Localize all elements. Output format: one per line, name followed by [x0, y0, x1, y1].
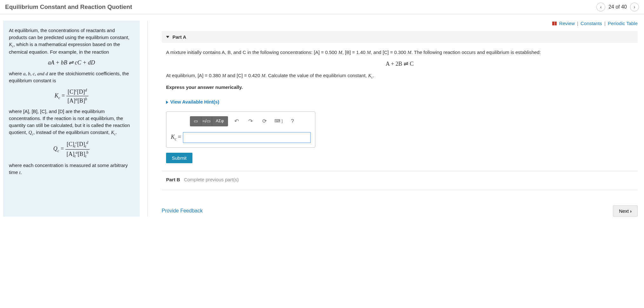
- answer-variable-label: Kc =: [171, 132, 181, 142]
- question-text-2: At equilibrium, [A] = 0.380 M and [C] = …: [166, 72, 633, 80]
- part-a-label: Part A: [172, 34, 186, 40]
- redo-button[interactable]: ↷: [245, 117, 256, 126]
- constants-link[interactable]: Constants: [580, 21, 602, 26]
- next-question-button[interactable]: ›: [630, 3, 639, 11]
- prev-question-button[interactable]: ‹: [596, 3, 605, 11]
- chevron-right-icon: ›: [630, 208, 632, 214]
- expand-icon: [166, 101, 168, 104]
- intro-text-3: where [A], [B], [C], and [D] are the equ…: [9, 108, 134, 136]
- next-button[interactable]: Next›: [613, 205, 638, 217]
- express-instruction: Express your answer numerically.: [166, 84, 633, 91]
- view-hints-link[interactable]: View Available Hint(s): [166, 98, 219, 106]
- intro-panel: At equilibrium, the concentrations of re…: [3, 21, 140, 217]
- provide-feedback-link[interactable]: Provide Feedback: [162, 208, 203, 214]
- help-button[interactable]: ?: [287, 117, 298, 126]
- keyboard-button[interactable]: ⌨ ]: [273, 117, 284, 126]
- submit-button[interactable]: Submit: [166, 153, 192, 163]
- section-divider: [162, 171, 638, 171]
- question-position: 24 of 40: [608, 4, 627, 10]
- reset-button[interactable]: ⟳: [259, 117, 270, 126]
- intro-text-2: where a, b, c, and d are the stoichiomet…: [9, 70, 134, 84]
- question-panel: Review | Constants | Periodic Table Part…: [155, 21, 644, 217]
- part-b-label: Part B: [166, 177, 180, 182]
- footer-row: Provide Feedback Next›: [162, 200, 638, 217]
- equation-toolbar: ▭ x√▭ ΑΣφ ↶ ↷ ⟳ ⌨ ] ?: [190, 116, 311, 126]
- part-a-body: A mixture initially contains A, B, and C…: [162, 49, 638, 163]
- resource-links: Review | Constants | Periodic Table: [162, 21, 638, 26]
- question-text-1: A mixture initially contains A, B, and C…: [166, 49, 633, 56]
- book-icon: [552, 22, 557, 25]
- page-title: Equilibrium Constant and Reaction Quotie…: [5, 3, 132, 10]
- part-b-message: Complete previous part(s): [184, 177, 239, 182]
- reaction-equation: A + 2B ⇌ C: [166, 59, 633, 69]
- kc-formula: Kc = [C]c[D]d [A]a[B]b: [9, 87, 134, 105]
- answer-input[interactable]: [183, 132, 311, 143]
- periodic-table-link[interactable]: Periodic Table: [608, 21, 638, 26]
- greek-tool-button[interactable]: ΑΣφ: [212, 117, 227, 126]
- template-tool-button[interactable]: ▭: [191, 117, 201, 126]
- answer-row: Kc =: [171, 132, 311, 143]
- intro-text-1: At equilibrium, the concentrations of re…: [9, 27, 134, 55]
- qc-formula: Qc = [C]tc[D]td [A]ta[B]tb: [9, 140, 134, 159]
- page-header: Equilibrium Constant and Reaction Quotie…: [0, 0, 644, 14]
- part-b-row: Part B Complete previous part(s): [162, 177, 638, 182]
- vertical-divider: [147, 21, 148, 217]
- part-a-header[interactable]: Part A: [162, 31, 638, 43]
- generic-reaction-equation: aA + bB ⇌ cC + dD: [9, 58, 134, 67]
- format-tool-group: ▭ x√▭ ΑΣφ: [190, 116, 228, 126]
- sqrt-tool-button[interactable]: x√▭: [201, 117, 212, 126]
- question-nav: ‹ 24 of 40 ›: [596, 3, 639, 11]
- collapse-icon: [166, 36, 169, 38]
- review-link[interactable]: Review: [559, 21, 575, 26]
- intro-text-4: where each concentration is measured at …: [9, 162, 134, 176]
- answer-box: ▭ x√▭ ΑΣφ ↶ ↷ ⟳ ⌨ ] ? Kc =: [166, 111, 315, 148]
- undo-button[interactable]: ↶: [231, 117, 242, 126]
- section-divider-2: [162, 190, 638, 190]
